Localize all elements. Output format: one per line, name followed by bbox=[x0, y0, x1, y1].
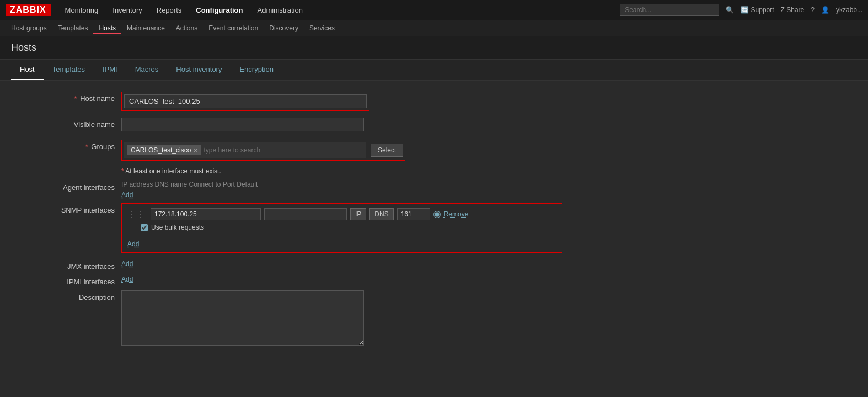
snmp-interfaces-content: ⋮⋮ IP DNS Remove Use bulk requests Add bbox=[121, 203, 857, 255]
snmp-ip-input[interactable] bbox=[151, 208, 261, 220]
snmp-interfaces-label: SNMP interfaces bbox=[11, 203, 121, 214]
warning-asterisk: * bbox=[121, 167, 124, 175]
snmp-bulk-label: Use bulk requests bbox=[151, 224, 204, 231]
snmp-bulk-checkbox[interactable] bbox=[141, 224, 148, 231]
groups-input-area[interactable]: CARLOS_test_cisco ✕ bbox=[124, 142, 366, 158]
visible-name-field bbox=[121, 118, 857, 131]
page-title-bar: Hosts bbox=[0, 36, 868, 60]
snmp-bulk-row: Use bulk requests bbox=[141, 224, 556, 231]
host-name-label: * Host name bbox=[11, 92, 121, 103]
tab-macros[interactable]: Macros bbox=[126, 60, 168, 80]
nav-inventory[interactable]: Inventory bbox=[107, 3, 147, 18]
host-name-row: * Host name bbox=[11, 92, 857, 111]
username: ykzabb... bbox=[836, 6, 862, 14]
nav-event-correlation[interactable]: Event correlation bbox=[203, 22, 264, 34]
search-icon[interactable]: 🔍 bbox=[726, 6, 734, 14]
top-nav-right: 🔍 🔄 Support Z Share ? 👤 ykzabb... bbox=[620, 4, 862, 16]
snmp-box: ⋮⋮ IP DNS Remove Use bulk requests Add bbox=[121, 203, 562, 253]
nav-hostgroups[interactable]: Host groups bbox=[6, 22, 52, 34]
second-navigation: Host groups Templates Hosts Maintenance … bbox=[0, 20, 868, 36]
groups-label: * Groups bbox=[11, 140, 121, 151]
snmp-dns-input[interactable] bbox=[264, 208, 347, 220]
nav-maintenance[interactable]: Maintenance bbox=[121, 22, 170, 34]
jmx-add-link[interactable]: Add bbox=[121, 260, 133, 268]
jmx-interfaces-label: JMX interfaces bbox=[11, 260, 121, 271]
select-button[interactable]: Select bbox=[371, 144, 403, 157]
page-title: Hosts bbox=[11, 42, 857, 54]
groups-required-marker: * bbox=[85, 142, 88, 151]
group-tag-remove[interactable]: ✕ bbox=[193, 147, 198, 154]
nav-templates[interactable]: Templates bbox=[52, 22, 94, 34]
groups-row: * Groups CARLOS_test_cisco ✕ Select bbox=[11, 140, 857, 161]
snmp-default-radio[interactable] bbox=[433, 211, 441, 218]
tab-templates[interactable]: Templates bbox=[44, 60, 94, 80]
tab-host[interactable]: Host bbox=[11, 60, 44, 80]
top-navigation: ZABBIX Monitoring Inventory Reports Conf… bbox=[0, 0, 868, 20]
tab-encryption[interactable]: Encryption bbox=[231, 60, 282, 80]
agent-interfaces-label: Agent interfaces bbox=[11, 181, 121, 192]
snmp-interfaces-row: SNMP interfaces ⋮⋮ IP DNS Remove Use bul… bbox=[11, 203, 857, 255]
ipmi-interfaces-label: IPMI interfaces bbox=[11, 275, 121, 286]
user-icon[interactable]: 👤 bbox=[821, 6, 829, 14]
snmp-interface-row: ⋮⋮ IP DNS Remove bbox=[127, 208, 556, 220]
logo: ZABBIX bbox=[6, 4, 51, 16]
required-marker: * bbox=[74, 94, 77, 103]
groups-field: CARLOS_test_cisco ✕ Select bbox=[121, 140, 857, 161]
nav-reports[interactable]: Reports bbox=[151, 3, 187, 18]
ipmi-interfaces-row: IPMI interfaces Add bbox=[11, 275, 857, 286]
nav-actions[interactable]: Actions bbox=[170, 22, 203, 34]
description-label: Description bbox=[11, 290, 121, 301]
description-row: Description bbox=[11, 290, 857, 347]
search-input[interactable] bbox=[620, 4, 719, 16]
tab-ipmi[interactable]: IPMI bbox=[94, 60, 126, 80]
support-link[interactable]: 🔄 Support bbox=[741, 6, 774, 14]
visible-name-row: Visible name bbox=[11, 118, 857, 133]
description-textarea[interactable] bbox=[121, 290, 364, 346]
nav-monitoring[interactable]: Monitoring bbox=[60, 3, 104, 18]
groups-container: CARLOS_test_cisco ✕ Select bbox=[124, 142, 403, 158]
main-content: * Host name Visible name * Groups bbox=[0, 81, 868, 397]
help-link[interactable]: ? bbox=[811, 6, 815, 14]
snmp-ip-button[interactable]: IP bbox=[350, 208, 366, 220]
ipmi-interfaces-content: Add bbox=[121, 275, 857, 283]
agent-interfaces-content: IP address DNS name Connect to Port Defa… bbox=[121, 181, 857, 199]
visible-name-label: Visible name bbox=[11, 118, 121, 129]
host-name-input[interactable] bbox=[124, 94, 367, 108]
tab-host-inventory[interactable]: Host inventory bbox=[167, 60, 231, 80]
host-name-field bbox=[121, 92, 857, 111]
groups-search-input[interactable] bbox=[203, 146, 286, 154]
host-name-error-border bbox=[121, 92, 369, 111]
tabs-bar: Host Templates IPMI Macros Host inventor… bbox=[0, 60, 868, 81]
jmx-interfaces-row: JMX interfaces Add bbox=[11, 260, 857, 271]
nav-administration[interactable]: Administration bbox=[252, 3, 308, 18]
groups-error-border: CARLOS_test_cisco ✕ Select bbox=[121, 140, 405, 161]
visible-name-input[interactable] bbox=[121, 118, 364, 131]
agent-interfaces-add[interactable]: Add bbox=[121, 191, 133, 199]
nav-discovery[interactable]: Discovery bbox=[264, 22, 304, 34]
snmp-add-link[interactable]: Add bbox=[127, 240, 139, 248]
warning-message: * At least one interface must exist. bbox=[121, 167, 857, 175]
nav-services[interactable]: Services bbox=[304, 22, 340, 34]
group-tag: CARLOS_test_cisco ✕ bbox=[127, 145, 201, 155]
nav-configuration[interactable]: Configuration bbox=[190, 3, 248, 18]
jmx-interfaces-content: Add bbox=[121, 260, 857, 268]
share-link[interactable]: Z Share bbox=[781, 6, 805, 14]
description-field bbox=[121, 290, 857, 347]
drag-handle-icon[interactable]: ⋮⋮ bbox=[127, 209, 145, 220]
ipmi-add-link[interactable]: Add bbox=[121, 276, 133, 283]
snmp-port-input[interactable] bbox=[397, 208, 430, 220]
snmp-remove-link[interactable]: Remove bbox=[444, 210, 469, 218]
agent-interfaces-header: IP address DNS name Connect to Port Defa… bbox=[121, 181, 857, 188]
share-icon: Z bbox=[781, 6, 785, 14]
nav-hosts[interactable]: Hosts bbox=[93, 22, 121, 34]
agent-interfaces-row: Agent interfaces IP address DNS name Con… bbox=[11, 181, 857, 199]
snmp-dns-button[interactable]: DNS bbox=[369, 208, 393, 220]
support-icon: 🔄 bbox=[741, 6, 749, 14]
